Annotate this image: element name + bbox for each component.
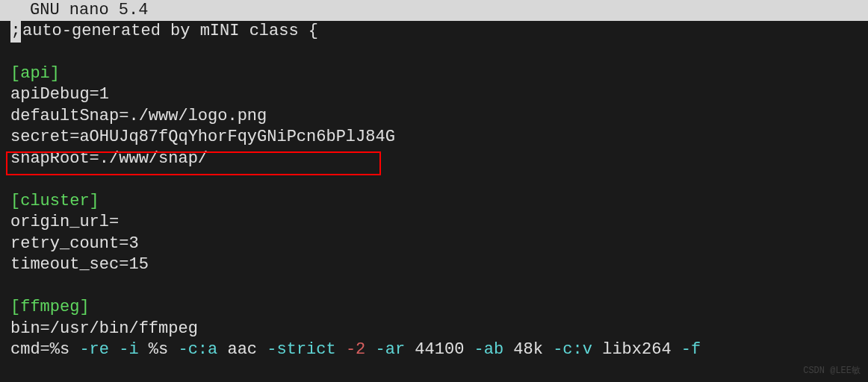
- cmd-text: 48k: [503, 340, 553, 359]
- cursor-icon: ;: [10, 21, 21, 43]
- editor-line-cursor[interactable]: ; auto-generated by mINI class {: [0, 21, 868, 43]
- cmd-flag: -c:a: [178, 340, 217, 359]
- cmd-text: [336, 340, 346, 359]
- config-line: apiDebug=1: [0, 84, 868, 106]
- config-line: bin=/usr/bin/ffmpeg: [0, 319, 868, 340]
- cmd-flag: -strict: [267, 340, 335, 359]
- blank-line: [0, 276, 868, 297]
- config-line: snapRoot=./www/snap/: [0, 148, 868, 170]
- cmd-text: [109, 340, 119, 359]
- app-title: GNU nano 5.4: [30, 0, 148, 21]
- cmd-text: libx264: [592, 340, 681, 359]
- cmd-flag: -c:v: [553, 340, 592, 359]
- section-header-ffmpeg: [ffmpeg]: [0, 297, 868, 319]
- cmd-text: [365, 340, 375, 359]
- config-line: defaultSnap=./www/logo.png: [0, 106, 868, 128]
- cmd-flag: -ar: [376, 340, 406, 359]
- cmd-flag: -re: [79, 340, 109, 359]
- comment-text: auto-generated by mINI class {: [22, 21, 318, 43]
- config-line: retry_count=3: [0, 234, 868, 255]
- blank-line: [0, 43, 868, 63]
- cmd-value: -2: [346, 340, 365, 359]
- cmd-flag: -f: [681, 340, 701, 359]
- cmd-text: aac: [217, 340, 267, 359]
- cmd-text: cmd=%s: [10, 340, 79, 359]
- config-line-secret: secret=aOHUJq87fQqYhorFqyGNiPcn6bPlJ84G: [0, 127, 868, 148]
- section-header-cluster: [cluster]: [0, 191, 868, 213]
- cmd-flag: -ab: [474, 340, 504, 359]
- config-line-cmd: cmd=%s -re -i %s -c:a aac -strict -2 -ar…: [0, 339, 868, 361]
- config-line: origin_url=: [0, 212, 868, 234]
- section-header-api: [api]: [0, 63, 868, 85]
- cmd-text: 44100: [405, 340, 474, 359]
- config-line: timeout_sec=15: [0, 254, 868, 276]
- cmd-text: %s: [139, 340, 179, 359]
- blank-line: [0, 170, 868, 191]
- cmd-flag: -i: [119, 340, 138, 359]
- title-bar: GNU nano 5.4: [0, 0, 868, 21]
- watermark-text: CSDN @LEE敏: [803, 366, 861, 378]
- editor-area[interactable]: ; auto-generated by mINI class { [api] a…: [0, 21, 868, 361]
